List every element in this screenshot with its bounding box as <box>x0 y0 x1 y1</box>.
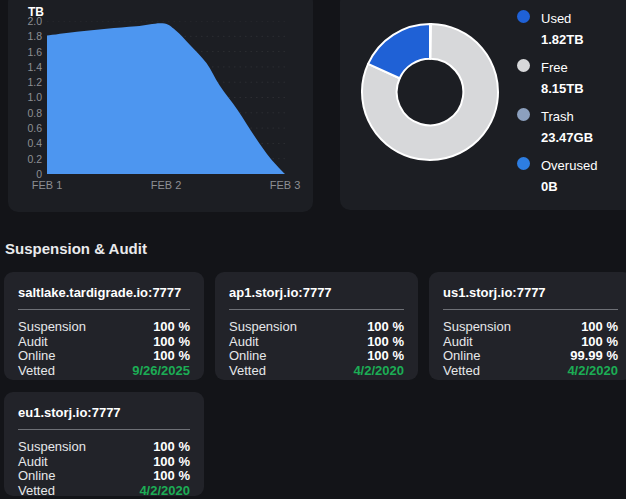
legend-value: 0B <box>541 179 597 194</box>
stat-row-audit: Audit 100 % <box>18 455 190 470</box>
vetted-date: 4/2/2020 <box>353 364 404 379</box>
stat-value: 100 % <box>367 335 404 350</box>
y-tick: 0.6 <box>12 121 42 135</box>
x-tick: FEB 2 <box>142 179 190 191</box>
stat-value: 99.99 % <box>570 349 618 364</box>
satellite-address: ap1.storj.io:7777 <box>229 282 404 300</box>
satellite-card-eu1: eu1.storj.io:7777 Suspension 100 % Audit… <box>4 392 204 496</box>
stat-label: Audit <box>18 335 48 350</box>
disk-space-donut-card: Used 1.82TB Free 8.15TB Trash 23.47GB <box>340 0 626 210</box>
legend-label: Trash <box>541 109 574 124</box>
stat-label: Vetted <box>18 484 55 499</box>
legend-value: 1.82TB <box>541 32 584 47</box>
legend-item-free: Free 8.15TB <box>517 58 597 96</box>
dashboard-page: TB 2.0 1.8 1.6 1.4 1.2 1.0 0.8 0.6 0.4 0… <box>0 0 626 499</box>
legend-label: Free <box>541 60 568 75</box>
y-tick: 0.2 <box>12 152 42 166</box>
free-dot-icon <box>517 59 530 72</box>
disk-space-donut-chart <box>360 22 500 162</box>
stat-value: 100 % <box>581 320 618 335</box>
stat-value: 100 % <box>367 349 404 364</box>
y-tick: 0.4 <box>12 136 42 150</box>
satellite-card-saltlake: saltlake.tardigrade.io:7777 Suspension 1… <box>4 272 204 380</box>
stat-row-audit: Audit 100 % <box>229 335 404 350</box>
stat-row-suspension: Suspension 100 % <box>18 320 190 335</box>
y-tick: 1.0 <box>12 90 42 104</box>
stat-label: Vetted <box>443 364 480 379</box>
stat-label: Suspension <box>18 320 86 335</box>
stat-row-vetted: Vetted 4/2/2020 <box>229 364 404 379</box>
divider <box>229 309 404 310</box>
legend-label: Overused <box>541 158 597 173</box>
y-tick: 1.6 <box>12 45 42 59</box>
y-tick: 1.8 <box>12 29 42 43</box>
satellite-card-us1: us1.storj.io:7777 Suspension 100 % Audit… <box>429 272 626 380</box>
y-tick: 1.4 <box>12 60 42 74</box>
stat-row-online: Online 100 % <box>18 469 190 484</box>
vetted-date: 9/26/2025 <box>132 364 190 379</box>
overused-dot-icon <box>517 157 530 170</box>
stat-row-vetted: Vetted 4/2/2020 <box>18 484 190 499</box>
satellite-card-ap1: ap1.storj.io:7777 Suspension 100 % Audit… <box>215 272 418 380</box>
y-tick: 0.8 <box>12 106 42 120</box>
satellite-address: saltlake.tardigrade.io:7777 <box>18 282 190 300</box>
vetted-date: 4/2/2020 <box>139 484 190 499</box>
stat-label: Suspension <box>443 320 511 335</box>
stat-label: Suspension <box>18 440 86 455</box>
divider <box>18 429 190 430</box>
stat-row-audit: Audit 100 % <box>443 335 618 350</box>
stat-value: 100 % <box>153 335 190 350</box>
stat-value: 100 % <box>153 349 190 364</box>
y-axis-tick-labels: 2.0 1.8 1.6 1.4 1.2 1.0 0.8 0.6 0.4 0.2 … <box>12 14 42 181</box>
stat-label: Online <box>18 469 56 484</box>
stat-value: 100 % <box>367 320 404 335</box>
stat-label: Audit <box>18 455 48 470</box>
used-dot-icon <box>517 10 530 23</box>
suspension-audit-section-title: Suspension & Audit <box>5 240 147 257</box>
stat-row-online: Online 100 % <box>229 349 404 364</box>
stat-value: 100 % <box>153 320 190 335</box>
stat-label: Online <box>229 349 267 364</box>
trash-dot-icon <box>517 108 530 121</box>
stat-row-online: Online 99.99 % <box>443 349 618 364</box>
y-tick: 1.2 <box>12 75 42 89</box>
stat-value: 100 % <box>153 440 190 455</box>
satellite-address: us1.storj.io:7777 <box>443 282 618 300</box>
stat-row-suspension: Suspension 100 % <box>443 320 618 335</box>
donut-legend: Used 1.82TB Free 8.15TB Trash 23.47GB <box>517 9 597 205</box>
vetted-date: 4/2/2020 <box>567 364 618 379</box>
x-axis-tick-labels: FEB 1 FEB 2 FEB 3 <box>23 179 309 191</box>
stat-row-vetted: Vetted 9/26/2025 <box>18 364 190 379</box>
y-tick: 2.0 <box>12 14 42 28</box>
stat-row-audit: Audit 100 % <box>18 335 190 350</box>
x-tick: FEB 3 <box>261 179 309 191</box>
legend-value: 23.47GB <box>541 130 593 145</box>
stat-label: Audit <box>229 335 259 350</box>
stat-label: Online <box>18 349 56 364</box>
stat-value: 100 % <box>153 469 190 484</box>
stat-value: 100 % <box>581 335 618 350</box>
legend-item-overused: Overused 0B <box>517 156 597 194</box>
stat-label: Vetted <box>18 364 55 379</box>
x-tick: FEB 1 <box>23 179 71 191</box>
stat-label: Vetted <box>229 364 266 379</box>
disk-usage-area-chart <box>47 21 285 174</box>
stat-row-suspension: Suspension 100 % <box>229 320 404 335</box>
stat-row-online: Online 100 % <box>18 349 190 364</box>
stat-label: Suspension <box>229 320 297 335</box>
legend-item-used: Used 1.82TB <box>517 9 597 47</box>
stat-row-suspension: Suspension 100 % <box>18 440 190 455</box>
stat-label: Audit <box>443 335 473 350</box>
stat-row-vetted: Vetted 4/2/2020 <box>443 364 618 379</box>
stat-label: Online <box>443 349 481 364</box>
divider <box>18 309 190 310</box>
disk-usage-chart-card: TB 2.0 1.8 1.6 1.4 1.2 1.0 0.8 0.6 0.4 0… <box>8 0 313 212</box>
divider <box>443 309 618 310</box>
satellite-address: eu1.storj.io:7777 <box>18 402 190 420</box>
legend-value: 8.15TB <box>541 81 584 96</box>
legend-label: Used <box>541 11 571 26</box>
stat-value: 100 % <box>153 455 190 470</box>
legend-item-trash: Trash 23.47GB <box>517 107 597 145</box>
